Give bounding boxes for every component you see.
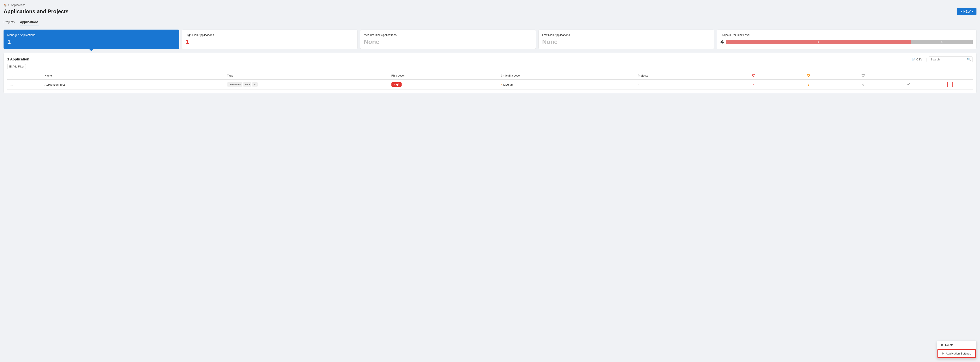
managed-card-value: 1 <box>7 38 175 45</box>
risk-bar-gray-segment: 1 <box>911 40 973 44</box>
more-button[interactable]: ⋮ <box>947 82 953 87</box>
table-header: 1 Application 📄 CSV | 🔍 <box>7 56 973 62</box>
add-filter-label: Add Filter <box>13 65 24 68</box>
col-more-header <box>927 72 973 80</box>
table-title: 1 Application <box>7 57 29 61</box>
search-input[interactable] <box>931 58 966 61</box>
risk-bar-container: 4 3 1 <box>721 38 973 45</box>
row-eye-cell: 👁 <box>891 80 927 89</box>
divider: | <box>926 57 927 62</box>
risk-bar: 3 1 <box>726 40 973 44</box>
low-risk-title: Low Risk Applications <box>542 33 711 37</box>
shield-orange-icon: 🛡 <box>807 74 810 77</box>
dropdown-menu: 🗑 Delete ⚙ Application Settings <box>937 341 977 359</box>
delete-label: Delete <box>945 343 953 346</box>
table-header-row: Name Tags Risk Level Criticality Level P… <box>7 72 973 80</box>
row-risk: High <box>389 80 498 89</box>
high-risk-title: High Risk Applications <box>186 33 354 37</box>
low-risk-card[interactable]: Low Risk Applications None <box>539 30 714 49</box>
filter-icon: ☰ <box>9 65 12 68</box>
col-tags-header: Tags <box>224 72 389 80</box>
risk-bar-red-segment: 3 <box>726 40 911 44</box>
page-wrapper: 🏠 > Applications Applications and Projec… <box>0 0 980 362</box>
row-shield-orange: 6 <box>781 80 836 89</box>
per-risk-count: 4 <box>721 38 724 45</box>
col-name-header: Name <box>42 72 224 80</box>
delete-menu-item[interactable]: 🗑 Delete <box>937 341 976 349</box>
add-filter-button[interactable]: ☰ Add Filter <box>7 64 26 69</box>
row-checkbox-cell <box>7 80 42 89</box>
low-risk-value: None <box>542 38 711 45</box>
table-actions: 📄 CSV | 🔍 <box>910 56 973 62</box>
per-risk-title: Projects Per Risk Level <box>721 33 973 37</box>
breadcrumb-separator: > <box>8 3 10 6</box>
high-risk-card[interactable]: High Risk Applications 1 <box>182 30 358 49</box>
page-header: Applications and Projects + NEW ▾ <box>3 8 977 15</box>
risk-badge: High <box>391 82 402 87</box>
medium-risk-value: None <box>364 38 532 45</box>
page-title: Applications and Projects <box>3 8 68 14</box>
row-shield-gray: 0 <box>836 80 891 89</box>
high-risk-value: 1 <box>186 38 354 45</box>
table-body: Application-Test AutomationJava+1 High ≡… <box>7 80 973 89</box>
breadcrumb: 🏠 > Applications <box>3 3 977 6</box>
breadcrumb-current: Applications <box>11 3 25 6</box>
tag-chip: +1 <box>252 83 258 86</box>
csv-button[interactable]: 📄 CSV <box>910 57 924 62</box>
search-box[interactable]: 🔍 <box>929 56 973 62</box>
col-shield-gray-header: 🛡 <box>836 72 891 80</box>
eye-icon[interactable]: 👁 <box>907 83 910 86</box>
col-projects-header: Projects <box>635 72 726 80</box>
table-row: Application-Test AutomationJava+1 High ≡… <box>7 80 973 89</box>
row-projects: 4 <box>635 80 726 89</box>
medium-risk-title: Medium Risk Applications <box>364 33 532 37</box>
home-icon: 🏠 <box>3 3 7 6</box>
select-all-checkbox[interactable] <box>10 74 13 77</box>
new-button[interactable]: + NEW ▾ <box>957 8 977 15</box>
criticality-label: Medium <box>503 83 513 86</box>
managed-card-title: Managed Applications <box>7 33 175 37</box>
table-section: 1 Application 📄 CSV | 🔍 ☰ Add Filter <box>3 53 977 93</box>
search-icon: 🔍 <box>967 57 971 61</box>
managed-applications-card[interactable]: Managed Applications 1 <box>3 30 179 49</box>
csv-icon: 📄 <box>912 58 916 61</box>
row-shield-red: 4 <box>726 80 781 89</box>
application-settings-menu-item[interactable]: ⚙ Application Settings <box>937 349 976 358</box>
gear-icon: ⚙ <box>942 352 944 355</box>
summary-cards: Managed Applications 1 High Risk Applica… <box>3 30 977 49</box>
row-name: Application-Test <box>42 80 224 89</box>
shield-red-icon: 🛡 <box>752 74 756 77</box>
tag-chip: Java <box>243 83 251 86</box>
criticality-icon: ≡ <box>501 83 502 86</box>
settings-label: Application Settings <box>946 352 971 355</box>
tab-projects[interactable]: Projects <box>3 19 15 26</box>
trash-icon: 🗑 <box>940 343 943 346</box>
col-shield-red-header: 🛡 <box>726 72 781 80</box>
col-shield-orange-header: 🛡 <box>781 72 836 80</box>
col-criticality-header: Criticality Level <box>498 72 635 80</box>
tab-applications[interactable]: Applications <box>20 19 38 26</box>
tabs-bar: Projects Applications <box>3 19 977 26</box>
col-risk-header: Risk Level <box>389 72 498 80</box>
row-checkbox[interactable] <box>10 83 13 86</box>
medium-risk-card[interactable]: Medium Risk Applications None <box>360 30 536 49</box>
tag-chip: Automation <box>227 83 243 86</box>
row-more-cell: ⋮ <box>927 80 973 89</box>
csv-label: CSV <box>916 58 923 61</box>
shield-gray-icon: 🛡 <box>861 74 865 77</box>
per-risk-card[interactable]: Projects Per Risk Level 4 3 1 <box>717 30 977 49</box>
col-eye-header <box>891 72 927 80</box>
row-criticality: ≡ Medium <box>498 80 635 89</box>
row-tags: AutomationJava+1 <box>224 80 389 89</box>
col-checkbox <box>7 72 42 80</box>
applications-table: Name Tags Risk Level Criticality Level P… <box>7 72 973 89</box>
